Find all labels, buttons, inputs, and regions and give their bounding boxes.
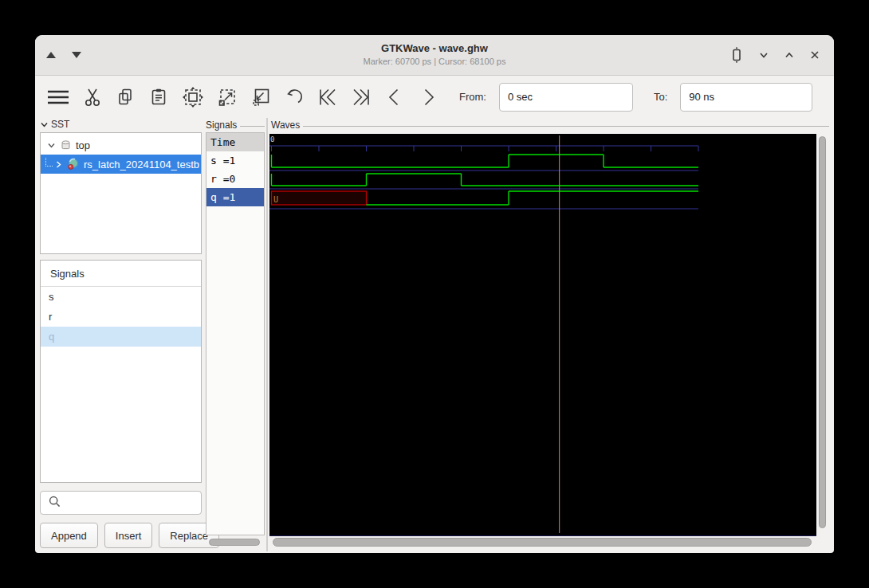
waves-vscrollbar[interactable]	[819, 134, 827, 535]
step-back-icon[interactable]	[384, 87, 405, 108]
expander-right-icon[interactable]	[54, 160, 64, 169]
signal-search-box[interactable]	[40, 491, 202, 515]
paste-icon[interactable]	[148, 87, 169, 108]
cut-icon[interactable]	[83, 87, 102, 108]
signal-list-item-q[interactable]: q	[41, 327, 201, 347]
marker-cursor-status: Marker: 60700 ps | Cursor: 68100 ps	[364, 57, 506, 68]
skip-to-start-icon[interactable]	[317, 87, 338, 108]
waves-vscrollbar-thumb[interactable]	[819, 136, 826, 528]
copy-icon[interactable]	[115, 87, 136, 108]
step-forward-icon[interactable]	[418, 87, 438, 108]
wave-canvas-svg: 0U	[269, 134, 816, 535]
chevron-down-icon[interactable]	[757, 49, 770, 61]
svg-text:0: 0	[270, 135, 274, 143]
signal-value-row-r[interactable]: r =0	[206, 170, 264, 188]
titlebar: GTKWave - wave.ghw Marker: 60700 ps | Cu…	[35, 35, 834, 76]
sst-expander[interactable]: SST	[40, 119, 69, 130]
tree-row-rs-latch[interactable]: rs_latch_20241104_testb	[41, 155, 201, 174]
to-label: To:	[654, 91, 667, 103]
skip-to-end-icon[interactable]	[351, 87, 372, 108]
signal-value-row-q[interactable]: q =1	[206, 188, 264, 206]
waves-frame-label: Waves	[271, 120, 829, 131]
time-header: Time	[206, 133, 264, 151]
tree-row-top[interactable]: top	[41, 135, 201, 155]
signal-list-item-s[interactable]: s	[41, 287, 201, 307]
waves-hscrollbar-thumb[interactable]	[273, 538, 812, 547]
module-icon	[60, 139, 72, 151]
tree-item-label: rs_latch_20241104_testb	[84, 159, 199, 171]
waves-hscrollbar[interactable]	[271, 538, 815, 547]
zoom-fit-icon[interactable]	[182, 86, 204, 108]
signal-list-item-r[interactable]: r	[41, 307, 201, 327]
insert-button[interactable]: Insert	[104, 523, 153, 548]
close-icon[interactable]	[808, 49, 821, 61]
signal-buttons: Append Insert Replace	[40, 523, 219, 548]
signals-hscrollbar[interactable]	[207, 539, 263, 547]
sst-header-label: SST	[51, 119, 69, 130]
sst-tree: top rs_latch_20241104_testb	[40, 132, 202, 254]
search-icon	[48, 495, 61, 512]
menu-icon[interactable]	[46, 87, 70, 108]
tree-item-label: top	[76, 139, 90, 151]
signal-values-panel: Time s =1 r =0 q =1	[206, 132, 265, 535]
signal-list-header: Signals	[41, 261, 201, 287]
svg-text:U: U	[273, 195, 278, 204]
pane-splitter[interactable]	[266, 118, 268, 551]
from-input[interactable]	[499, 83, 633, 112]
signal-search-panel: Signals s r q	[40, 260, 202, 483]
testbench-icon	[67, 158, 80, 171]
zoom-in-icon[interactable]	[217, 87, 238, 108]
zoom-out-icon[interactable]	[250, 87, 271, 108]
undo-icon[interactable]	[284, 87, 305, 108]
expander-down-icon[interactable]	[47, 141, 57, 150]
chevron-up-icon[interactable]	[783, 49, 796, 61]
gtkwave-window: GTKWave - wave.ghw Marker: 60700 ps | Cu…	[35, 35, 834, 553]
signals-frame-label: Signals	[206, 120, 265, 131]
titlebar-up-arrow-button[interactable]	[46, 52, 56, 58]
signals-hscrollbar-thumb[interactable]	[209, 539, 260, 546]
wave-canvas[interactable]: 0U	[269, 134, 816, 536]
restore-window-icon[interactable]	[729, 47, 745, 63]
tree-connector	[45, 158, 53, 167]
append-button[interactable]: Append	[40, 523, 98, 548]
to-input[interactable]	[680, 83, 812, 112]
titlebar-down-arrow-button[interactable]	[72, 52, 81, 58]
from-label: From:	[459, 91, 486, 103]
signal-value-row-s[interactable]: s =1	[206, 151, 264, 170]
window-title: GTKWave - wave.ghw	[364, 42, 506, 55]
toolbar: From: To:	[35, 76, 834, 118]
